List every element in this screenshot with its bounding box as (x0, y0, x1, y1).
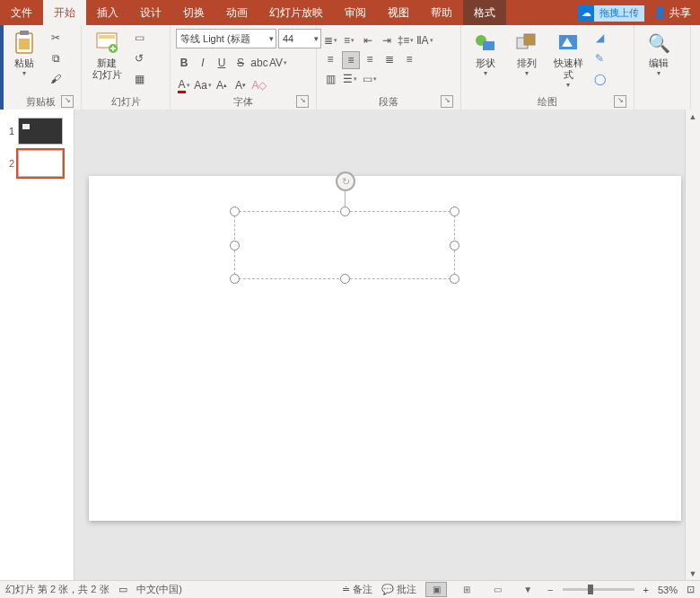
clear-format-button[interactable]: A◇ (251, 77, 267, 93)
zoom-out-button[interactable]: − (547, 585, 553, 595)
tab-insert[interactable]: 插入 (86, 0, 129, 25)
resize-handle-bl[interactable] (230, 274, 240, 284)
rotation-handle[interactable]: ↻ (336, 171, 355, 191)
resize-handle-b[interactable] (340, 274, 350, 284)
align-justify-button[interactable]: ≣ (381, 51, 398, 67)
slide-edit-area[interactable]: ↻ ▲ ▼ (74, 110, 700, 581)
align-center-button[interactable]: ≡ (342, 51, 360, 69)
svg-rect-9 (524, 34, 535, 45)
underline-button[interactable]: U (214, 55, 230, 71)
font-color-button[interactable]: A (176, 77, 192, 93)
resize-handle-t[interactable] (340, 207, 350, 216)
numbering-button[interactable]: ≡ (341, 32, 357, 48)
language-indicator[interactable]: 中文(中国) (136, 583, 182, 596)
arrange-button[interactable]: 排列▾ (508, 29, 546, 77)
shadow-button[interactable]: abc (251, 55, 267, 71)
tab-review[interactable]: 审阅 (334, 0, 377, 25)
distribute-button[interactable]: ≡ (401, 51, 417, 67)
scroll-down-button[interactable]: ▼ (686, 567, 700, 581)
fit-window-button[interactable]: ⊡ (687, 584, 695, 595)
font-size-combo[interactable]: 44 (278, 29, 321, 48)
resize-handle-br[interactable] (450, 274, 459, 284)
font-name-combo[interactable]: 等线 Light (标题 (176, 29, 276, 48)
layout-button[interactable]: ▭ (130, 29, 148, 47)
numbering-icon: ≡ (344, 34, 350, 47)
tab-format[interactable]: 格式 (463, 0, 506, 25)
cut-button[interactable]: ✂ (47, 29, 65, 47)
group-clipboard-label: 剪贴板 (26, 95, 56, 109)
paste-button[interactable]: 粘贴 ▾ (5, 29, 43, 77)
selected-textbox[interactable]: ↻ (234, 211, 455, 279)
char-spacing-button[interactable]: AV (270, 55, 286, 71)
view-normal-button[interactable]: ▣ (425, 582, 447, 597)
bold-button[interactable]: B (176, 55, 192, 71)
section-icon: ▦ (135, 73, 144, 85)
outdent-button[interactable]: ⇤ (360, 32, 376, 48)
zoom-value[interactable]: 53% (658, 585, 678, 595)
thumb-slide-2[interactable]: 2 (0, 147, 74, 180)
shape-outline-button[interactable]: ✎ (591, 49, 608, 67)
view-sorter-button[interactable]: ⊞ (456, 582, 477, 597)
zoom-in-button[interactable]: + (643, 585, 649, 595)
resize-handle-l[interactable] (230, 241, 240, 251)
font-name-value: 等线 Light (标题 (180, 32, 250, 46)
grow-font-button[interactable]: A▴ (214, 77, 230, 93)
resize-handle-r[interactable] (450, 241, 459, 251)
shape-effects-button[interactable]: ◯ (591, 70, 608, 88)
tab-slideshow[interactable]: 幻灯片放映 (258, 0, 334, 25)
change-case-button[interactable]: Aa (195, 77, 211, 93)
paste-label: 粘贴 (14, 57, 34, 69)
line-spacing-button[interactable]: ‡≡ (398, 32, 414, 48)
share-button[interactable]: 👤 共享 (644, 5, 700, 21)
tab-design[interactable]: 设计 (129, 0, 172, 25)
tab-help[interactable]: 帮助 (420, 0, 463, 25)
quickstyles-button[interactable]: 快速样式▾ (549, 29, 587, 89)
drawing-launcher[interactable]: ↘ (614, 95, 626, 108)
align-right-button[interactable]: ≡ (362, 51, 378, 67)
slide-canvas[interactable]: ↻ (89, 176, 681, 521)
clipboard-launcher[interactable]: ↘ (61, 95, 74, 108)
group-font-label: 字体 (233, 95, 253, 109)
italic-button[interactable]: I (195, 55, 211, 71)
strike-button[interactable]: S (232, 55, 249, 71)
tab-home[interactable]: 开始 (43, 0, 86, 25)
resize-handle-tl[interactable] (230, 207, 240, 216)
group-paragraph-label: 段落 (379, 95, 398, 109)
spellcheck-button[interactable]: ▭ (118, 584, 127, 595)
indent-button[interactable]: ⇥ (379, 32, 395, 48)
comments-button[interactable]: 💬批注 (381, 583, 416, 596)
vertical-scrollbar[interactable]: ▲ ▼ (685, 110, 700, 581)
view-reading-button[interactable]: ▭ (486, 582, 508, 597)
reset-button[interactable]: ↺ (130, 49, 148, 67)
align-text-button[interactable]: ☰ (342, 71, 358, 87)
paragraph-launcher[interactable]: ↘ (441, 95, 453, 108)
tab-view[interactable]: 视图 (377, 0, 420, 25)
zoom-slider-knob[interactable] (588, 585, 593, 594)
section-button[interactable]: ▦ (130, 70, 148, 88)
shrink-font-button[interactable]: A▾ (232, 77, 249, 93)
new-slide-button[interactable]: 新建 幻灯片 (87, 29, 127, 81)
view-slideshow-button[interactable]: ▼ (517, 582, 538, 597)
shape-fill-button[interactable]: ◢ (591, 29, 608, 47)
shapes-button[interactable]: 形状▾ (467, 29, 504, 77)
text-direction-button[interactable]: ⅡA (416, 32, 433, 48)
outdent-icon: ⇤ (363, 34, 372, 47)
convert-smartart-button[interactable]: ▭ (362, 71, 378, 87)
copy-button[interactable]: ⧉ (47, 49, 65, 67)
upload-pill[interactable]: ☁ 拖拽上传 (578, 5, 644, 22)
editing-label: 编辑 (649, 57, 669, 69)
font-launcher[interactable]: ↘ (296, 95, 309, 108)
align-left-button[interactable]: ≡ (322, 51, 338, 67)
resize-handle-tr[interactable] (450, 207, 459, 216)
thumb-slide-1[interactable]: 1 (0, 115, 74, 147)
tab-transition[interactable]: 切换 (172, 0, 215, 25)
notes-button[interactable]: ≐备注 (342, 583, 372, 596)
zoom-slider[interactable] (563, 588, 634, 591)
bullets-button[interactable]: ≣ (322, 32, 338, 48)
scroll-up-button[interactable]: ▲ (686, 110, 700, 124)
tab-file[interactable]: 文件 (0, 0, 43, 25)
columns-button[interactable]: ▥ (322, 71, 338, 87)
tab-animation[interactable]: 动画 (215, 0, 258, 25)
editing-button[interactable]: 🔍 编辑▾ (640, 29, 678, 77)
format-painter-button[interactable]: 🖌 (47, 70, 65, 88)
